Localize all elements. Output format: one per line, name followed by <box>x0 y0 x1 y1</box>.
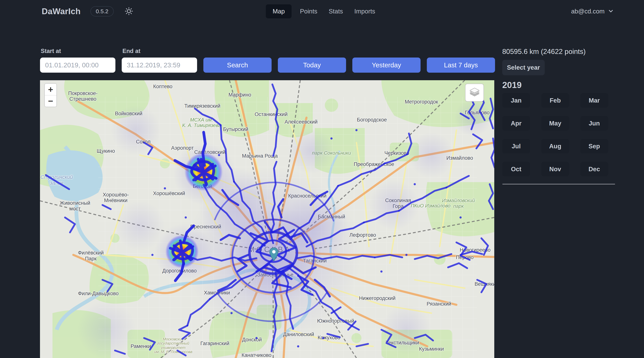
month-button-jul[interactable]: Jul <box>502 139 530 154</box>
tab-map[interactable]: Map <box>266 4 292 18</box>
sidebar-divider <box>502 184 615 184</box>
month-button-mar[interactable]: Mar <box>580 93 608 108</box>
month-button-feb[interactable]: Feb <box>541 93 569 108</box>
main-nav: MapPointsStatsImports <box>266 0 378 23</box>
user-email: ab@cd.com <box>571 8 604 15</box>
tab-stats[interactable]: Stats <box>326 4 346 18</box>
date-filter-bar: Start at End at SearchTodayYesterdayLast… <box>40 48 494 73</box>
app-logo: DaWarIch <box>42 7 80 16</box>
distance-stats: 80595.6 km (24622 points) <box>502 48 615 56</box>
map-container[interactable]: Покровское- СтрешневоКоптевоВойковскийТи… <box>40 80 494 358</box>
map-zoom-control: + − <box>44 83 57 107</box>
month-button-oct[interactable]: Oct <box>502 162 530 176</box>
month-button-jun[interactable]: Jun <box>580 116 608 131</box>
version-badge: 0.5.2 <box>90 6 114 16</box>
last-7-days-button[interactable]: Last 7 days <box>427 57 495 73</box>
month-button-sep[interactable]: Sep <box>580 139 608 154</box>
quick-filters: SearchTodayYesterdayLast 7 days <box>203 57 495 73</box>
tab-imports[interactable]: Imports <box>352 4 378 18</box>
search-button[interactable]: Search <box>203 57 272 73</box>
month-button-may[interactable]: May <box>541 116 569 131</box>
tab-points[interactable]: Points <box>297 4 320 18</box>
layers-icon <box>469 88 480 98</box>
sun-icon <box>124 7 134 16</box>
months-grid: JanFebMarAprMayJunJulAugSepOctNovDec <box>502 93 615 176</box>
start-at-group: Start at <box>40 48 116 73</box>
year-heading: 2019 <box>502 80 615 90</box>
month-button-apr[interactable]: Apr <box>502 116 530 131</box>
end-at-group: End at <box>122 48 197 73</box>
end-at-label: End at <box>122 48 197 54</box>
select-year-button[interactable]: Select year <box>502 60 545 75</box>
sidebar: 80595.6 km (24622 points) Select year 20… <box>502 48 615 186</box>
today-button[interactable]: Today <box>278 57 346 73</box>
map-ground-layer <box>40 80 494 358</box>
zoom-in-button[interactable]: + <box>45 84 56 95</box>
user-menu[interactable]: ab@cd.com <box>571 0 614 23</box>
month-button-jan[interactable]: Jan <box>502 93 530 108</box>
yesterday-button[interactable]: Yesterday <box>352 57 420 73</box>
layers-control[interactable] <box>465 84 484 102</box>
month-button-aug[interactable]: Aug <box>541 139 569 154</box>
month-button-nov[interactable]: Nov <box>541 162 569 176</box>
month-button-dec[interactable]: Dec <box>580 162 608 176</box>
start-at-label: Start at <box>41 48 116 54</box>
zoom-out-button[interactable]: − <box>45 95 56 107</box>
end-at-input[interactable] <box>122 57 197 73</box>
theme-toggle-button[interactable] <box>124 7 134 16</box>
app-header: DaWarIch 0.5.2 MapPointsStatsImports ab@… <box>0 0 644 23</box>
chevron-down-icon <box>608 8 614 15</box>
start-at-input[interactable] <box>40 57 116 73</box>
map-marker-pin[interactable] <box>269 247 278 261</box>
